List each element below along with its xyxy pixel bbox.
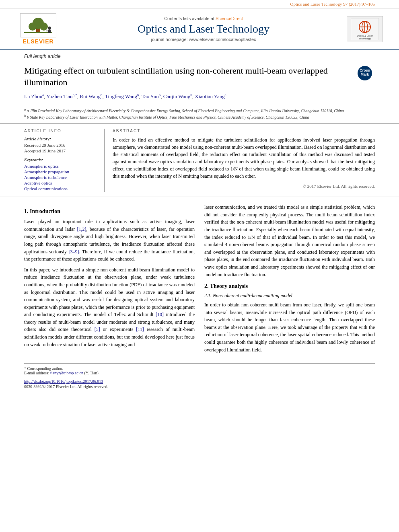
journal-homepage: journal homepage: www.elsevier.com/locat…: [60, 37, 347, 42]
author-canjin-wang: Canjin Wang: [163, 94, 191, 100]
abstract-col: ABSTRACT In order to find an effective m…: [113, 129, 375, 192]
svg-text:Mark: Mark: [360, 72, 369, 76]
ref-10[interactable]: [10]: [156, 312, 164, 317]
journal-center: Contents lists available at ScienceDirec…: [60, 16, 347, 42]
main-body: 1. Introduction Laser played an importan…: [0, 197, 399, 363]
ref-1-2[interactable]: [1,2]: [77, 226, 86, 232]
keyword-3: Atmospheric turbulence: [24, 175, 98, 180]
author-yuzhen-tian: Yuzhen Tian: [46, 94, 72, 100]
authors-line: Lu Zhoua, Yuzhen Tianb,*, Rui Wangb, Tin…: [24, 93, 347, 100]
elsevier-label: ELSEVIER: [23, 38, 53, 45]
copyright-line: © 2017 Elsevier Ltd. All rights reserved…: [113, 184, 375, 189]
intro-left-text-2: In this paper, we introduced a simple no…: [24, 266, 195, 349]
keywords-label: Keywords:: [24, 157, 98, 162]
sciencedirect-line: Contents lists available at ScienceDirec…: [60, 16, 347, 21]
elsevier-tree-svg: [22, 14, 54, 37]
body-two-col: 1. Introduction Laser played an importan…: [24, 203, 375, 357]
article-type: Full length article: [0, 50, 399, 61]
footer-links: http://dx.doi.org/10.1016/j.optlastec.20…: [0, 378, 399, 390]
body-left-col: 1. Introduction Laser played an importan…: [24, 203, 195, 357]
author-rui-wang: Rui Wang: [80, 94, 101, 100]
journal-logo-right: Optics & Laser Technology: [347, 16, 383, 42]
keyword-1: Atmospheric optics: [24, 164, 98, 168]
email-note: E-mail address: tianyz@ciomp.ac.cn (Y. T…: [24, 371, 375, 375]
doi-link[interactable]: http://dx.doi.org/10.1016/j.optlastec.20…: [24, 379, 375, 384]
ref-11[interactable]: [11]: [136, 327, 144, 332]
author-tingfeng-wang: Tingfeng Wang: [105, 94, 137, 100]
article-info-col: ARTICLE INFO Article history: Received 2…: [24, 129, 105, 192]
ref-5[interactable]: [5]: [95, 327, 100, 332]
svg-rect-1: [24, 32, 52, 33]
received-date: Received 29 June 2016: [24, 143, 98, 148]
svg-rect-8: [46, 31, 49, 31]
theory-subsection-text: In order to obtain non-coherent multi-be…: [204, 301, 375, 353]
article-info-abstract-section: ARTICLE INFO Article history: Received 2…: [0, 124, 399, 197]
article-header: Mitigating effect on turbulent scintilla…: [0, 61, 399, 107]
elsevier-logo-image: [20, 13, 56, 37]
affiliation-a: a a Jilin Provincial Key Laboratory of A…: [24, 107, 375, 114]
journal-reference: Optics and Laser Technology 97 (2017) 97…: [290, 2, 375, 6]
corresponding-author-note: * Corresponding author.: [24, 366, 375, 371]
ref-3-9[interactable]: [3–9]: [69, 249, 79, 255]
svg-text:Cross: Cross: [360, 68, 370, 72]
intro-left-text: Laser played an important role in applic…: [24, 218, 195, 263]
journal-brand-logo: Optics & Laser Technology: [351, 18, 379, 40]
sciencedirect-link[interactable]: ScienceDirect: [216, 16, 243, 21]
journal-header: ELSEVIER Contents lists available at Sci…: [0, 8, 399, 50]
email-link[interactable]: tianyz@ciomp.ac.cn: [50, 371, 83, 375]
svg-text:Technology: Technology: [359, 37, 371, 40]
article-title-block: Mitigating effect on turbulent scintilla…: [24, 65, 347, 103]
keyword-2: Atmospheric propagation: [24, 169, 98, 174]
keyword-4: Adaptive optics: [24, 181, 98, 185]
page: Optics and Laser Technology 97 (2017) 97…: [0, 0, 399, 390]
journal-title: Optics and Laser Technology: [60, 23, 347, 35]
svg-point-6: [48, 27, 51, 30]
intro-section-title: 1. Introduction: [24, 208, 195, 215]
body-right-col: laser communication, and we treated this…: [204, 203, 375, 357]
author-tao-sun: Tao Sun: [142, 94, 159, 100]
keyword-5: Optical communications: [24, 186, 98, 191]
article-history-label: Article history:: [24, 136, 98, 141]
abstract-heading: ABSTRACT: [113, 129, 375, 133]
intro-right-text: laser communication, and we treated this…: [204, 203, 375, 278]
affiliations: a a Jilin Provincial Key Laboratory of A…: [0, 107, 399, 124]
svg-point-4: [29, 23, 37, 31]
author-lu-zhou: Lu Zhou: [24, 94, 42, 100]
theory-section-title: 2. Theory analysis: [204, 283, 375, 290]
issn-line: 0030-3992/© 2017 Elsevier Ltd. All right…: [24, 384, 375, 389]
svg-text:Optics & Laser: Optics & Laser: [357, 35, 372, 37]
theory-subsection-title: 2.1. Non-coherent multi-beam emitting mo…: [204, 293, 375, 299]
article-title: Mitigating effect on turbulent scintilla…: [24, 65, 347, 88]
svg-point-5: [40, 23, 48, 31]
accepted-date: Accepted 19 June 2017: [24, 148, 98, 153]
journal-reference-bar: Optics and Laser Technology 97 (2017) 97…: [0, 0, 399, 8]
affiliation-b: b b State Key Laboratory of Laser Intera…: [24, 114, 375, 120]
sciencedirect-prefix: Contents lists available at: [164, 16, 216, 21]
abstract-text: In order to find an effective method to …: [113, 136, 375, 180]
footnote-section: * Corresponding author. E-mail address: …: [24, 364, 375, 378]
crossmark-badge: Cross Mark: [355, 65, 375, 81]
elsevier-logo: ELSEVIER: [16, 13, 60, 45]
crossmark-icon: Cross Mark: [357, 65, 373, 81]
author-xiaotian-yang: Xiaotian Yang: [195, 94, 224, 100]
article-info-heading: ARTICLE INFO: [24, 129, 98, 133]
